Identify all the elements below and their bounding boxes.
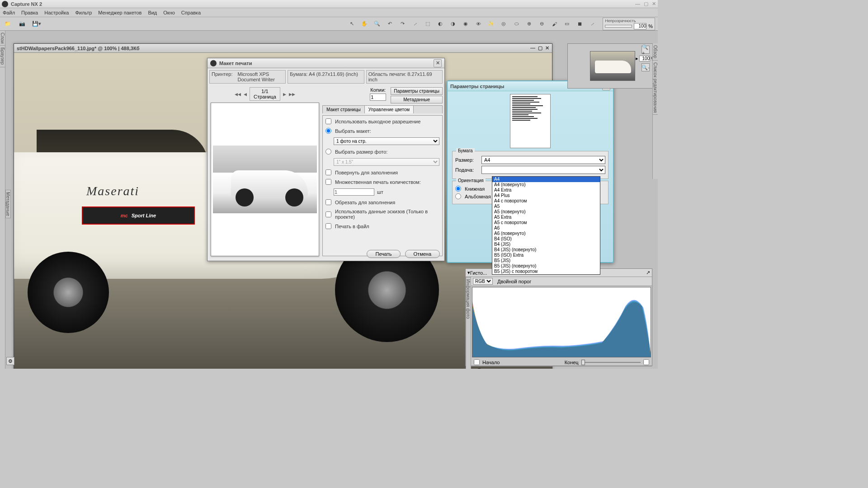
- opacity-slider[interactable]: [605, 25, 632, 28]
- layout-select[interactable]: 1 фото на стр.: [334, 137, 439, 145]
- tab-photoinfo[interactable]: Информация фото: [466, 277, 471, 369]
- cancel-button[interactable]: Отмена: [405, 250, 440, 258]
- page-setup-button[interactable]: Параметры страницы: [391, 87, 443, 95]
- zoom-input[interactable]: [639, 56, 650, 61]
- size-option[interactable]: A5 Extra: [492, 215, 600, 220]
- page-first-icon[interactable]: ◂◂: [235, 90, 241, 98]
- close-icon[interactable]: ✕: [652, 1, 656, 7]
- page-prev-icon[interactable]: ◂: [244, 90, 247, 98]
- hand-icon[interactable]: ✋: [359, 19, 369, 29]
- rotate-ccw-icon[interactable]: ↶: [385, 19, 395, 29]
- graypoint-icon[interactable]: ◉: [461, 19, 471, 29]
- size-option[interactable]: A5 с поворотом: [492, 220, 600, 225]
- menu-filter[interactable]: Фильтр: [75, 10, 92, 15]
- fill-icon[interactable]: ◼: [575, 19, 585, 29]
- landscape-radio[interactable]: [455, 193, 461, 199]
- print-to-file-checkbox[interactable]: [326, 223, 331, 229]
- size-option[interactable]: A5 (повернуто): [492, 209, 600, 215]
- opacity-input[interactable]: [634, 23, 646, 29]
- doc-close-icon[interactable]: ✕: [545, 45, 549, 51]
- size-option[interactable]: A4 с поворотом: [492, 198, 600, 204]
- size-option[interactable]: B4 (JIS): [492, 242, 600, 247]
- straighten-icon[interactable]: ⟋: [410, 19, 420, 29]
- use-output-res-checkbox[interactable]: [326, 118, 331, 124]
- page-next-icon[interactable]: ▸: [283, 90, 286, 98]
- colorpoint-icon[interactable]: ◎: [499, 19, 509, 29]
- whitepoint-icon[interactable]: ◑: [448, 19, 458, 29]
- tab-editlist[interactable]: Список редактирования: [653, 61, 658, 115]
- colorpts-expand-icon[interactable]: ▾: [474, 367, 476, 369]
- doc-maximize-icon[interactable]: ▢: [538, 45, 542, 51]
- metadata-button[interactable]: Метаданные: [391, 96, 443, 103]
- histo-start-checkbox[interactable]: [474, 359, 480, 365]
- rotate-cw-icon[interactable]: ↷: [397, 19, 407, 29]
- pointer-icon[interactable]: ↖: [347, 19, 357, 29]
- size-option[interactable]: B4 (JIS) (повернуто): [492, 247, 600, 253]
- zoom-icon[interactable]: 🔍: [372, 19, 382, 29]
- rotate-fill-checkbox[interactable]: [326, 169, 331, 175]
- menu-help[interactable]: Справка: [181, 10, 201, 15]
- use-thumb-checkbox[interactable]: [326, 211, 331, 217]
- tab-color-management[interactable]: Управление цветом: [365, 106, 414, 113]
- plus-select-icon[interactable]: ⊕: [524, 19, 534, 29]
- size-option[interactable]: A4: [492, 177, 600, 182]
- autoretouch-icon[interactable]: ✨: [486, 19, 496, 29]
- paper-size-dropdown[interactable]: A4A4 (повернуто)A4 ExtraA4 PlusA4 с пово…: [492, 176, 600, 275]
- dual-threshold-label[interactable]: Двойной порог: [497, 279, 531, 284]
- camera-icon[interactable]: 📷: [17, 19, 27, 29]
- choose-layout-radio[interactable]: [326, 128, 331, 134]
- size-option[interactable]: B4 (ISO): [492, 236, 600, 242]
- blackpoint-icon[interactable]: ◐: [435, 19, 445, 29]
- size-option[interactable]: A6 (повернуто): [492, 231, 600, 236]
- histo-slider[interactable]: [581, 362, 641, 363]
- histo-popout-icon[interactable]: ↗: [646, 270, 650, 276]
- doc-minimize-icon[interactable]: —: [530, 45, 535, 51]
- menu-settings[interactable]: Настройка: [44, 10, 69, 15]
- redeye-icon[interactable]: 👁: [473, 19, 483, 29]
- tab-layers[interactable]: Слои: [0, 31, 5, 46]
- page-last-icon[interactable]: ▸▸: [289, 90, 295, 98]
- histo-end-checkbox[interactable]: [643, 359, 649, 365]
- printer-info[interactable]: Принтер: Microsoft XPS Document Writer: [209, 70, 286, 84]
- folder-icon[interactable]: 📁: [3, 19, 13, 29]
- tab-overview[interactable]: Обзор: [653, 43, 658, 61]
- size-option[interactable]: A4 Plus: [492, 193, 600, 198]
- size-option[interactable]: B5 (ISO) Extra: [492, 253, 600, 258]
- menu-file[interactable]: Файл: [3, 10, 15, 15]
- menu-view[interactable]: Вид: [148, 10, 157, 15]
- lasso-icon[interactable]: ⬭: [511, 19, 521, 29]
- crop-icon[interactable]: ⬚: [423, 19, 433, 29]
- size-option[interactable]: A6: [492, 225, 600, 231]
- size-option[interactable]: A4 Extra: [492, 188, 600, 193]
- area-info[interactable]: Область печати: 8.27x11.69 inch: [366, 70, 443, 84]
- menu-window[interactable]: Окно: [163, 10, 175, 15]
- menu-batch[interactable]: Менеджер пакетов: [98, 10, 142, 15]
- minus-select-icon[interactable]: ⊖: [537, 19, 547, 29]
- size-option[interactable]: B5 (JIS) (повернуто): [492, 263, 600, 269]
- zoom-out-icon[interactable]: 🔍-: [642, 63, 650, 71]
- size-option[interactable]: B5 (JIS) с поворотом: [492, 269, 600, 274]
- gear-icon[interactable]: ⚙: [6, 357, 14, 365]
- eyedropper-icon[interactable]: ⟋: [587, 19, 597, 29]
- channel-select[interactable]: RGB: [473, 278, 493, 285]
- size-option[interactable]: A5: [492, 204, 600, 209]
- print-close-button[interactable]: ✕: [434, 59, 442, 67]
- save-icon[interactable]: 💾▾: [32, 19, 42, 29]
- multi-print-checkbox[interactable]: [326, 179, 331, 185]
- menu-edit[interactable]: Правка: [21, 10, 38, 15]
- choose-size-radio[interactable]: [326, 149, 331, 155]
- navigator-thumbnail[interactable]: [590, 51, 635, 81]
- copies-input[interactable]: [370, 94, 386, 101]
- tab-metadata[interactable]: Метаданые: [5, 190, 11, 218]
- zoom-in-icon[interactable]: 🔍+: [642, 46, 650, 54]
- minimize-icon[interactable]: —: [635, 1, 640, 7]
- paper-info[interactable]: Бумага: A4 (8.27x11.69) (inch): [288, 70, 364, 84]
- size-option[interactable]: B5 (JIS): [492, 258, 600, 263]
- maximize-icon[interactable]: ▢: [644, 1, 648, 7]
- gradient-icon[interactable]: ▭: [562, 19, 572, 29]
- print-button[interactable]: Печать: [367, 250, 400, 258]
- portrait-radio[interactable]: [455, 186, 461, 192]
- tab-browser[interactable]: Браузер: [0, 46, 5, 67]
- brush-icon[interactable]: 🖌: [549, 19, 559, 29]
- crop-fill-checkbox[interactable]: [326, 199, 331, 205]
